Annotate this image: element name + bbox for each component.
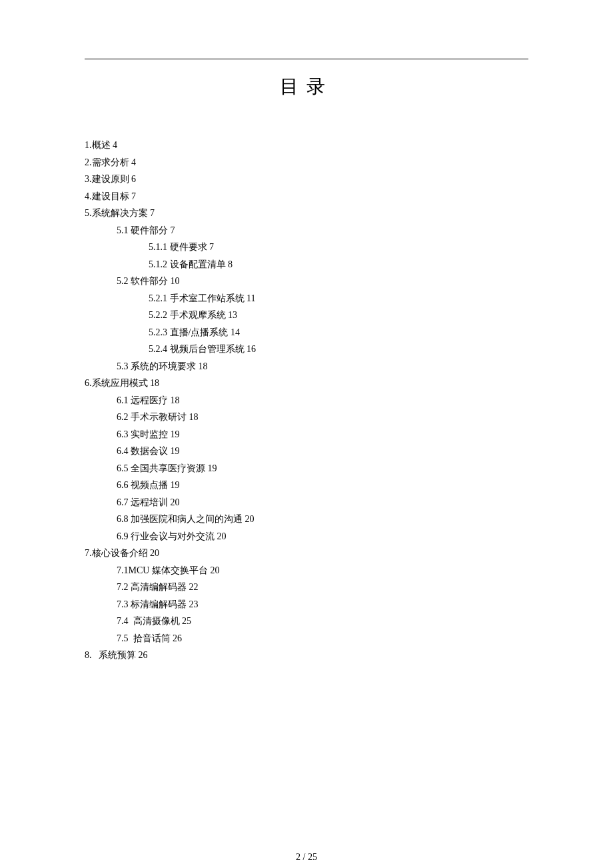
toc-entry[interactable]: 5.2.2 手术观摩系统 13 bbox=[85, 307, 528, 324]
toc-entry[interactable]: 6.5 全国共享医疗资源 19 bbox=[85, 460, 528, 477]
toc-entry[interactable]: 6.6 视频点播 19 bbox=[85, 477, 528, 494]
table-of-contents: 1.概述 42.需求分析 43.建设原则 64.建设目标 75.系统解决方案 7… bbox=[85, 137, 528, 664]
toc-entry[interactable]: 4.建设目标 7 bbox=[85, 188, 528, 205]
toc-entry[interactable]: 6.3 实时监控 19 bbox=[85, 426, 528, 443]
toc-entry[interactable]: 6.1 远程医疗 18 bbox=[85, 392, 528, 409]
toc-entry[interactable]: 5.1 硬件部分 7 bbox=[85, 222, 528, 239]
toc-entry[interactable]: 5.2 软件部分 10 bbox=[85, 273, 528, 290]
toc-entry[interactable]: 5.2.4 视频后台管理系统 16 bbox=[85, 341, 528, 358]
toc-entry[interactable]: 6.系统应用模式 18 bbox=[85, 375, 528, 392]
toc-entry[interactable]: 7.4 高清摄像机 25 bbox=[85, 613, 528, 630]
page-container: 目录 1.概述 42.需求分析 43.建设原则 64.建设目标 75.系统解决方… bbox=[0, 0, 613, 868]
toc-entry[interactable]: 7.核心设备介绍 20 bbox=[85, 545, 528, 562]
toc-entry[interactable]: 5.2.3 直播/点播系统 14 bbox=[85, 324, 528, 341]
toc-entry[interactable]: 2.需求分析 4 bbox=[85, 154, 528, 171]
toc-entry[interactable]: 3.建设原则 6 bbox=[85, 171, 528, 188]
toc-entry[interactable]: 6.4 数据会议 19 bbox=[85, 443, 528, 460]
toc-entry[interactable]: 5.系统解决方案 7 bbox=[85, 205, 528, 222]
toc-entry[interactable]: 5.1.2 设备配置清单 8 bbox=[85, 256, 528, 273]
toc-entry[interactable]: 5.2.1 手术室工作站系统 11 bbox=[85, 290, 528, 307]
toc-entry[interactable]: 7.2 高清编解码器 22 bbox=[85, 579, 528, 596]
toc-entry[interactable]: 8. 系统预算 26 bbox=[85, 647, 528, 664]
toc-entry[interactable]: 7.1MCU 媒体交换平台 20 bbox=[85, 562, 528, 579]
toc-entry[interactable]: 6.7 远程培训 20 bbox=[85, 494, 528, 511]
top-divider bbox=[85, 59, 528, 59]
toc-entry[interactable]: 6.2 手术示教研讨 18 bbox=[85, 409, 528, 426]
toc-entry[interactable]: 1.概述 4 bbox=[85, 137, 528, 154]
toc-entry[interactable]: 6.8 加强医院和病人之间的沟通 20 bbox=[85, 511, 528, 528]
page-title: 目录 bbox=[85, 74, 528, 99]
toc-entry[interactable]: 5.3 系统的环境要求 18 bbox=[85, 358, 528, 375]
toc-entry[interactable]: 7.5 拾音话筒 26 bbox=[85, 630, 528, 647]
toc-entry[interactable]: 7.3 标清编解码器 23 bbox=[85, 596, 528, 613]
toc-entry[interactable]: 6.9 行业会议与对外交流 20 bbox=[85, 528, 528, 545]
toc-entry[interactable]: 5.1.1 硬件要求 7 bbox=[85, 239, 528, 256]
page-number: 2 / 25 bbox=[0, 852, 613, 868]
